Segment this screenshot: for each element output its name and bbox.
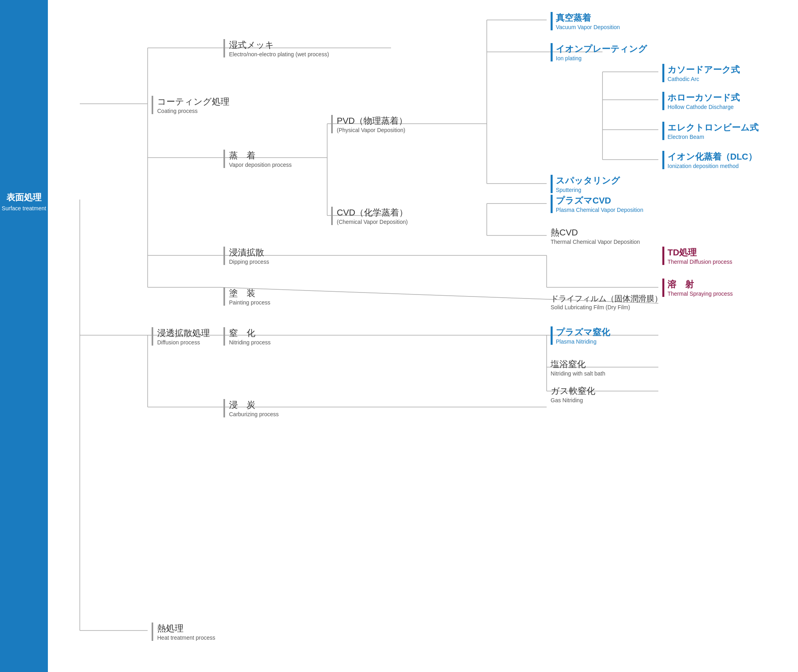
thermal-cvd-jp: 熱CVD <box>551 227 640 239</box>
hollow-en: Hollow Cathode Discharge <box>668 104 740 110</box>
thermal-spray-en: Thermal Spraying process <box>668 291 733 297</box>
wet-en: Electro/non-electro plating (wet process… <box>229 51 329 57</box>
vapor-jp: 蒸 着 <box>229 150 292 162</box>
vapor-node: 蒸 着 Vapor deposition process <box>223 150 292 168</box>
plasma-cvd-jp: プラズマCVD <box>556 195 643 207</box>
coating-node: コーティング処理 Coating process <box>152 96 229 114</box>
electron-node: エレクトロンビーム式 Electron Beam <box>662 122 758 140</box>
ion-plating-node: イオンプレーティング Ion plating <box>551 43 647 61</box>
plasma-nitride-en: Plasma Nitriding <box>556 338 610 345</box>
pvd-en: (Physical Vapor Deposition) <box>337 127 407 133</box>
td-node: TD処理 Thermal Diffusion process <box>662 247 732 265</box>
left-sidebar <box>0 0 48 672</box>
nitriding-jp: 窒 化 <box>229 327 271 339</box>
dry-film-jp: ドライフィルム（固体潤滑膜） <box>551 293 662 304</box>
plasma-cvd-en: Plasma Chemical Vapor Deposition <box>556 207 643 213</box>
cvd-jp: CVD（化学蒸着） <box>337 207 408 219</box>
thermal-cvd-en: Thermal Chemical Vapor Deposition <box>551 239 640 245</box>
tree-diagram: コーティング処理 Coating process 湿式メッキ Electro/n… <box>48 8 782 670</box>
thermal-cvd-node: 熱CVD Thermal Chemical Vapor Deposition <box>551 227 640 245</box>
wet-jp: 湿式メッキ <box>229 39 329 51</box>
gas-nitriding-en: Gas Nitriding <box>551 397 595 403</box>
sputtering-en: Sputtering <box>556 187 620 193</box>
vacuum-node: 真空蒸着 Vacuum Vapor Deposition <box>551 12 620 30</box>
sputtering-node: スパッタリング Sputtering <box>551 175 620 193</box>
ion-plating-en: Ion plating <box>556 55 647 61</box>
carburizing-en: Carburizing process <box>229 411 279 417</box>
diffusion-en: Diffusion process <box>157 339 210 346</box>
heat-jp: 熱処理 <box>157 623 215 634</box>
coating-en: Coating process <box>157 108 229 114</box>
salt-bath-node: 塩浴窒化 Nitriding with salt bath <box>551 358 605 377</box>
dipping-jp: 浸漬拡散 <box>229 247 269 259</box>
painting-node: 塗 装 Painting process <box>223 287 271 306</box>
pvd-jp: PVD（物理蒸着） <box>337 115 407 127</box>
vapor-en: Vapor deposition process <box>229 162 292 168</box>
diffusion-node: 浸透拡散処理 Diffusion process <box>152 327 210 346</box>
hollow-jp: ホローカソード式 <box>668 92 740 104</box>
thermal-spray-jp: 溶 射 <box>668 279 733 291</box>
nitriding-node: 窒 化 Nitriding process <box>223 327 271 346</box>
coating-jp: コーティング処理 <box>157 96 229 108</box>
carburizing-node: 浸 炭 Carburizing process <box>223 399 279 417</box>
hollow-node: ホローカソード式 Hollow Cathode Discharge <box>662 92 740 110</box>
dipping-node: 浸漬拡散 Dipping process <box>223 247 269 265</box>
ion-plating-jp: イオンプレーティング <box>556 43 647 55</box>
cathodic-en: Cathodic Arc <box>668 76 740 82</box>
sidebar-jp: 表面処理 <box>6 192 41 204</box>
sidebar-en: Surface treatment <box>2 205 46 211</box>
thermal-spray-node: 溶 射 Thermal Spraying process <box>662 279 733 297</box>
gas-nitriding-jp: ガス軟窒化 <box>551 385 595 397</box>
heat-node: 熱処理 Heat treatment process <box>152 623 215 641</box>
ionization-node: イオン化蒸着（DLC） Ionization deposition method <box>662 151 757 169</box>
nitriding-en: Nitriding process <box>229 339 271 346</box>
plasma-nitride-node: プラズマ窒化 Plasma Nitriding <box>551 326 610 345</box>
salt-bath-jp: 塩浴窒化 <box>551 358 605 370</box>
td-jp: TD処理 <box>668 247 732 259</box>
diffusion-jp: 浸透拡散処理 <box>157 327 210 339</box>
vacuum-jp: 真空蒸着 <box>556 12 620 24</box>
salt-bath-en: Nitriding with salt bath <box>551 370 605 377</box>
cathodic-jp: カソードアーク式 <box>668 64 740 76</box>
cvd-node: CVD（化学蒸着） (Chemical Vapor Deposition) <box>331 207 408 225</box>
painting-jp: 塗 装 <box>229 287 271 299</box>
vacuum-en: Vacuum Vapor Deposition <box>556 24 620 30</box>
wet-node: 湿式メッキ Electro/non-electro plating (wet p… <box>223 39 329 57</box>
plasma-nitride-jp: プラズマ窒化 <box>556 326 610 338</box>
main-content: コーティング処理 Coating process 湿式メッキ Electro/n… <box>48 8 798 670</box>
dipping-en: Dipping process <box>229 259 269 265</box>
heat-en: Heat treatment process <box>157 634 215 641</box>
dry-film-node: ドライフィルム（固体潤滑膜） Solid Lubricating Film (D… <box>551 293 662 310</box>
gas-nitriding-node: ガス軟窒化 Gas Nitriding <box>551 385 595 403</box>
electron-jp: エレクトロンビーム式 <box>668 122 758 134</box>
dry-film-en: Solid Lubricating Film (Dry Film) <box>551 304 662 310</box>
ionization-en: Ionization deposition method <box>668 163 757 169</box>
plasma-cvd-node: プラズマCVD Plasma Chemical Vapor Deposition <box>551 195 643 213</box>
ionization-jp: イオン化蒸着（DLC） <box>668 151 757 163</box>
carburizing-jp: 浸 炭 <box>229 399 279 411</box>
pvd-node: PVD（物理蒸着） (Physical Vapor Deposition) <box>331 115 407 133</box>
cvd-en: (Chemical Vapor Deposition) <box>337 219 408 225</box>
sidebar-label: 表面処理 Surface treatment <box>0 192 48 211</box>
painting-en: Painting process <box>229 299 271 306</box>
electron-en: Electron Beam <box>668 134 758 140</box>
cathodic-node: カソードアーク式 Cathodic Arc <box>662 64 740 82</box>
td-en: Thermal Diffusion process <box>668 259 732 265</box>
sputtering-jp: スパッタリング <box>556 175 620 187</box>
